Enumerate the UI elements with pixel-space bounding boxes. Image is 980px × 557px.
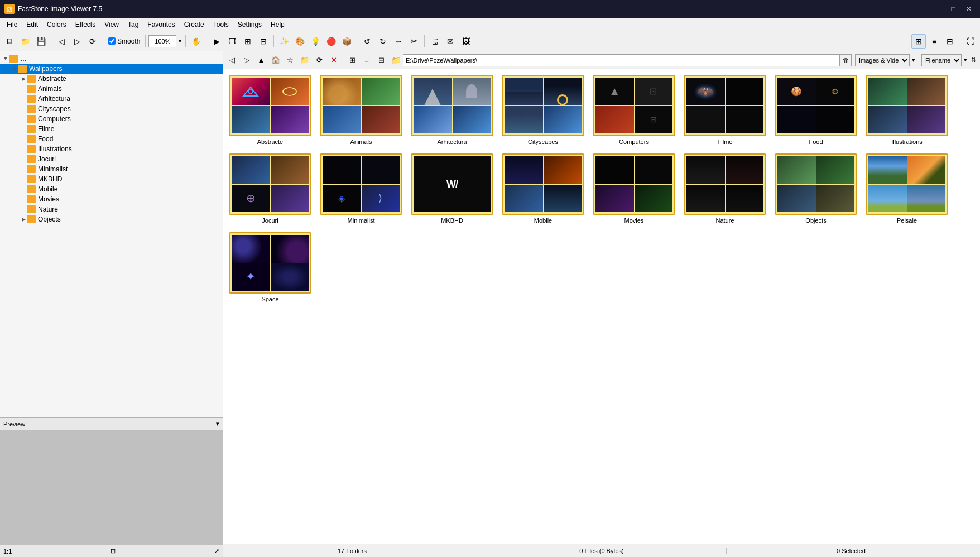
filter-select[interactable]: Images & Vide: [855, 54, 910, 66]
menu-settings[interactable]: Settings: [233, 20, 266, 30]
tb-reload-btn[interactable]: ⟳: [85, 34, 100, 49]
folder-food[interactable]: 🍪 ⚙ Food: [775, 75, 857, 145]
menu-effects[interactable]: Effects: [71, 20, 100, 30]
nav-view-details-btn[interactable]: ⊟: [374, 54, 388, 67]
tb-open-btn[interactable]: 🖥: [2, 34, 17, 49]
path-input[interactable]: [403, 54, 839, 66]
tb-print-btn[interactable]: 🖨: [427, 34, 442, 49]
sort-order-icon[interactable]: ⇅: [969, 56, 978, 64]
minimize-button[interactable]: —: [931, 2, 944, 16]
tb-color-btn[interactable]: 🎨: [292, 34, 307, 49]
folder-space[interactable]: ✦ Space: [229, 232, 311, 302]
nav-up-btn[interactable]: ▲: [254, 54, 268, 67]
menu-edit[interactable]: Edit: [22, 20, 42, 30]
tree-node-animals[interactable]: ▶ Animals: [0, 84, 223, 94]
zoom-down-arrow[interactable]: ▾: [177, 38, 182, 44]
nav-view-thumb-btn[interactable]: ⊞: [345, 54, 359, 67]
tree-node-wallpapers[interactable]: ▼ Wallpapers: [0, 64, 223, 74]
folder-cityscapes[interactable]: Cityscapes: [502, 75, 584, 145]
sort-dropdown-icon[interactable]: ▾: [964, 56, 967, 64]
folder-illustrations[interactable]: Illustrations: [866, 75, 948, 145]
folder-arhitectura[interactable]: Arhitectura: [411, 75, 493, 145]
tb-compare-btn[interactable]: ⊞: [241, 34, 255, 49]
tb-pan-btn[interactable]: ✋: [189, 34, 203, 49]
tb-thumb-btn[interactable]: ⊟: [256, 34, 271, 49]
clear-path-btn[interactable]: 🗑: [839, 54, 852, 66]
tb-slideshow-btn[interactable]: ▶: [209, 34, 224, 49]
tree-node-computers[interactable]: ▶ Computers: [0, 114, 223, 124]
tb-view2-btn[interactable]: ≡: [927, 34, 941, 49]
menu-tools[interactable]: Tools: [209, 20, 233, 30]
tb-save-btn[interactable]: 💾: [33, 34, 48, 49]
nav-stop-btn[interactable]: ✕: [327, 54, 340, 67]
tree-node-food[interactable]: ▶ Food: [0, 134, 223, 144]
tree-node-abstracte[interactable]: ▶ Abstracte: [0, 74, 223, 84]
menu-view[interactable]: View: [100, 20, 123, 30]
preview-collapse-icon[interactable]: ▾: [216, 420, 219, 428]
folder-movies[interactable]: Movies: [593, 153, 675, 224]
tb-rotate-l-btn[interactable]: ↺: [360, 34, 374, 49]
menu-colors[interactable]: Colors: [42, 20, 71, 30]
folder-animals[interactable]: Animals: [320, 75, 402, 145]
tree-node-movies[interactable]: ▶ Movies: [0, 194, 223, 204]
tb-next-btn[interactable]: ▷: [70, 34, 84, 49]
folder-mobile[interactable]: Mobile: [502, 153, 584, 224]
nav-back-btn[interactable]: ◁: [225, 54, 239, 67]
nav-bookmark-btn[interactable]: ☆: [284, 54, 297, 67]
tb-view3-btn[interactable]: ⊟: [943, 34, 957, 49]
tree-node-jocuri[interactable]: ▶ Jocuri: [0, 154, 223, 164]
folder-objects[interactable]: Objects: [775, 153, 857, 224]
tree-node-cityscapes[interactable]: ▶ Cityscapes: [0, 104, 223, 114]
tb-sharpen-btn[interactable]: 💡: [308, 34, 323, 49]
file-grid[interactable]: Abstracte Animals: [223, 69, 980, 544]
tb-batch-btn[interactable]: 📦: [339, 34, 354, 49]
tree-node-mkbhd[interactable]: ▶ MKBHD: [0, 174, 223, 184]
preview-expand-icon[interactable]: ⤢: [214, 548, 219, 555]
tb-red-btn[interactable]: 🔴: [324, 34, 338, 49]
preview-fit-icon[interactable]: ⊡: [111, 548, 116, 555]
tb-fullscreen-btn[interactable]: ⛶: [963, 34, 978, 49]
folder-peisaie[interactable]: Peisaie: [866, 153, 948, 224]
menu-file[interactable]: File: [2, 20, 22, 30]
tree-node-objects[interactable]: ▶ Objects: [0, 214, 223, 224]
tree-node-mobile[interactable]: ▶ Mobile: [0, 184, 223, 194]
tb-email-btn[interactable]: ✉: [443, 34, 458, 49]
maximize-button[interactable]: □: [947, 2, 960, 16]
tree-root-expand[interactable]: ▼ …: [0, 54, 223, 64]
close-button[interactable]: ✕: [962, 2, 976, 16]
tree-node-arhitectura[interactable]: ▶ Arhitectura: [0, 94, 223, 104]
tb-fx-btn[interactable]: ✨: [277, 34, 291, 49]
menu-create[interactable]: Create: [180, 20, 209, 30]
tb-wall-btn[interactable]: 🖼: [459, 34, 473, 49]
tb-filmstrip-btn[interactable]: 🎞: [225, 34, 239, 49]
tree-node-filme[interactable]: ▶ Filme: [0, 124, 223, 134]
folder-jocuri[interactable]: ⊕ Jocuri: [229, 153, 311, 224]
nav-view-list-btn[interactable]: ≡: [360, 54, 373, 67]
tb-view1-btn[interactable]: ⊞: [911, 34, 926, 49]
folder-abstracte[interactable]: Abstracte: [229, 75, 311, 145]
tb-flip-btn[interactable]: ↔: [391, 34, 406, 49]
root-expand-icon[interactable]: ▼: [2, 55, 9, 62]
folder-mkbhd[interactable]: W/ MKBHD: [411, 153, 493, 224]
tb-browse-btn[interactable]: 📁: [18, 34, 32, 49]
tree-node-illustrations[interactable]: ▶ Illustrations: [0, 144, 223, 154]
tb-prev-btn[interactable]: ◁: [54, 34, 69, 49]
menu-favorites[interactable]: Favorites: [143, 20, 179, 30]
filter-dropdown-icon[interactable]: ▾: [912, 56, 915, 64]
tb-rotate-r-btn[interactable]: ↻: [376, 34, 390, 49]
smooth-checkbox[interactable]: [108, 37, 116, 45]
tree-node-minimalist[interactable]: ▶ Minimalist: [0, 164, 223, 174]
sort-select[interactable]: Filename: [921, 54, 962, 66]
folder-computers[interactable]: ▲ ⊡ ⊟ Computers: [593, 75, 675, 145]
nav-refresh-btn[interactable]: ⟳: [313, 54, 326, 67]
smooth-checkbox-label[interactable]: Smooth: [106, 37, 142, 45]
nav-forward-btn[interactable]: ▷: [240, 54, 253, 67]
menu-tag[interactable]: Tag: [123, 20, 143, 30]
tb-crop-btn[interactable]: ✂: [407, 34, 421, 49]
abstracte-expand-icon[interactable]: ▶: [20, 75, 27, 82]
folder-minimalist[interactable]: ◈ ⟩ Minimalist: [320, 153, 402, 224]
file-tree[interactable]: ▼ … ▼ Wallpapers ▶ Abstracte ▶ Animals: [0, 51, 223, 417]
folder-filme[interactable]: 🦇 Filme: [684, 75, 766, 145]
objects-expand-icon[interactable]: ▶: [20, 216, 27, 223]
tree-node-nature[interactable]: ▶ Nature: [0, 204, 223, 214]
